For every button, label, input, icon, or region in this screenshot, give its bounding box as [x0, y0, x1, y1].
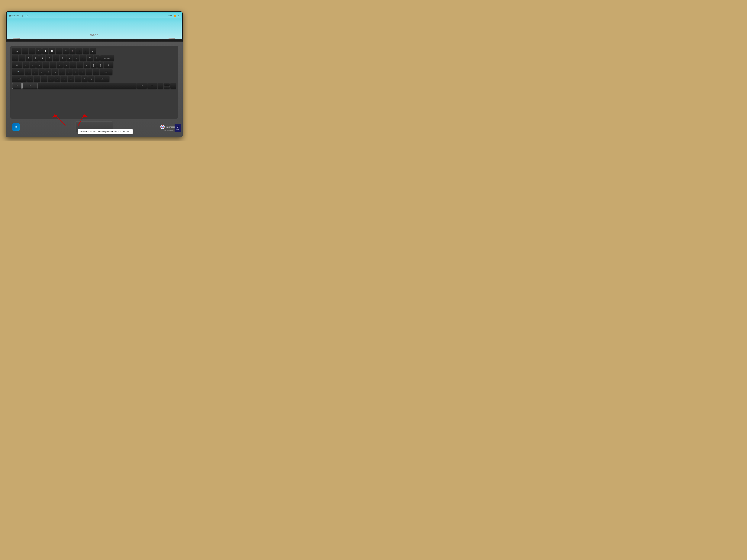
key-a[interactable]: a [25, 69, 31, 75]
key-arrow-down[interactable]: ↓ [164, 86, 170, 89]
key-vol-down[interactable]: ◀ [76, 48, 82, 54]
key-multitask[interactable]: ⬜‖ [49, 48, 55, 54]
keyboard-frame: esc ← → ↻ ⬜ ⬜‖ ☀ ☀+ 🔇 ◀ ▶ ⏻ ~` !1 @2 #3 … [10, 46, 178, 118]
chrome-logo-icon [160, 125, 164, 129]
key-minus[interactable]: —- [87, 55, 93, 61]
key-q[interactable]: q [23, 62, 29, 68]
taskbar-left: ⏻ Shut down ⋮⋮ Apps [9, 15, 29, 17]
key-quote[interactable]: "' [93, 69, 99, 75]
touchpad[interactable] [75, 122, 113, 132]
key-search[interactable]: 🔍 [12, 69, 24, 75]
key-fullscreen[interactable]: ⬜ [42, 48, 48, 54]
qwerty-row: tab q w e r t y u i o p {[ }] |\ [12, 62, 176, 68]
key-forward[interactable]: → [29, 48, 35, 54]
key-e[interactable]: e [36, 62, 42, 68]
key-backspace[interactable]: backspace [100, 55, 114, 61]
key-period[interactable]: >. [81, 76, 87, 82]
key-ctrl-right[interactable]: ctrl [148, 83, 157, 89]
key-k[interactable]: k [73, 69, 79, 75]
key-comma[interactable]: <, [75, 76, 81, 82]
key-alt-right[interactable]: alt [137, 83, 147, 89]
clock: 11:01 [168, 15, 173, 17]
key-vol-up[interactable]: ▶ [83, 48, 89, 54]
key-shift-left[interactable]: shift [12, 76, 27, 82]
key-0[interactable]: )0 [80, 55, 86, 61]
key-r[interactable]: r [43, 62, 49, 68]
taskbar-right: 11:01 📶 US [168, 15, 179, 17]
key-alt-left[interactable]: alt [22, 83, 37, 89]
key-refresh[interactable]: ↻ [35, 48, 42, 54]
key-h[interactable]: h [59, 69, 65, 75]
apps-icon: ⋮⋮ [22, 15, 25, 17]
key-g[interactable]: g [52, 69, 58, 75]
function-key-row: esc ← → ↻ ⬜ ⬜‖ ☀ ☀+ 🔇 ◀ ▶ ⏻ [12, 48, 176, 54]
key-1[interactable]: !1 [19, 55, 25, 61]
intel-inside-label: inside [15, 127, 17, 128]
key-i[interactable]: i [70, 62, 76, 68]
key-bracket-r[interactable]: }] [97, 62, 103, 68]
key-t[interactable]: t [50, 62, 56, 68]
key-4[interactable]: $4 [40, 55, 45, 61]
key-s[interactable]: s [32, 69, 38, 75]
key-tab[interactable]: tab [12, 62, 22, 68]
key-y[interactable]: y [57, 62, 63, 68]
key-esc[interactable]: esc [12, 48, 21, 54]
key-2[interactable]: @2 [26, 55, 32, 61]
bottom-row: ctrl alt alt ctrl ← ↑ ↓ → [12, 83, 176, 89]
power-icon: ⏻ [9, 15, 11, 17]
key-backslash[interactable]: |\ [104, 62, 113, 68]
key-arrow-left[interactable]: ← [158, 83, 163, 89]
shutdown-button[interactable]: ⏻ Shut down [9, 15, 20, 17]
wifi-icon: 📶 [174, 15, 176, 17]
key-3[interactable]: #3 [32, 55, 38, 61]
key-m[interactable]: m [68, 76, 74, 82]
key-w[interactable]: w [30, 62, 35, 68]
locale-label: US [177, 15, 179, 17]
key-9[interactable]: (9 [73, 55, 79, 61]
number-key-row: ~` !1 @2 #3 $4 %5 ^6 &7 *8 (9 )0 —- += b… [12, 55, 176, 61]
key-c[interactable]: c [41, 76, 47, 82]
screen-area: ⏻ Shut down ⋮⋮ Apps 11:01 📶 US acer [6, 11, 183, 38]
key-j[interactable]: j [66, 69, 72, 75]
key-equals[interactable]: += [94, 55, 100, 61]
key-6[interactable]: ^6 [53, 55, 59, 61]
key-power[interactable]: ⏻ [90, 48, 96, 54]
key-x[interactable]: x [34, 76, 40, 82]
svg-point-3 [162, 127, 163, 128]
key-z[interactable]: z [27, 76, 33, 82]
laptop-body: ⏻ Shut down ⋮⋮ Apps 11:01 📶 US acer [6, 11, 183, 137]
acer-model-label: Acer Chromebook 11 [164, 130, 176, 131]
intel-badge: intel inside [12, 123, 20, 131]
key-space[interactable] [38, 83, 136, 89]
key-ctrl-left[interactable]: ctrl [12, 83, 22, 89]
key-semicolon[interactable]: :; [86, 69, 92, 75]
key-o[interactable]: o [77, 62, 83, 68]
key-arrow-up[interactable]: ↑ [164, 83, 170, 86]
key-shift-right[interactable]: shift [95, 76, 109, 82]
key-enter[interactable]: enter [100, 69, 112, 75]
key-back[interactable]: ← [22, 48, 28, 54]
key-v[interactable]: v [48, 76, 54, 82]
key-bright-down[interactable]: ☀ [56, 48, 62, 54]
key-arrow-right[interactable]: → [171, 83, 176, 89]
taskbar: ⏻ Shut down ⋮⋮ Apps 11:01 📶 US [7, 13, 181, 19]
key-p[interactable]: p [84, 62, 90, 68]
key-tilde[interactable]: ~` [12, 55, 18, 61]
key-n[interactable]: n [61, 76, 67, 82]
key-slash[interactable]: ?/ [88, 76, 94, 82]
key-7[interactable]: &7 [60, 55, 66, 61]
asdf-row: 🔍 a s d f g h j k l :; "' enter [12, 69, 176, 75]
hinge-bar [6, 38, 183, 42]
key-b[interactable]: b [54, 76, 60, 82]
key-bracket-l[interactable]: {[ [91, 62, 97, 68]
key-d[interactable]: d [38, 69, 45, 75]
key-l[interactable]: l [79, 69, 85, 75]
key-mute[interactable]: 🔇 [70, 48, 76, 54]
apps-button[interactable]: ⋮⋮ Apps [22, 15, 30, 17]
key-u[interactable]: u [63, 62, 70, 68]
key-f[interactable]: f [45, 69, 51, 75]
zxcv-row: shift z x c v b n m <, >. ?/ shift [12, 76, 176, 82]
key-bright-up[interactable]: ☀+ [63, 48, 69, 54]
key-8[interactable]: *8 [67, 55, 73, 61]
key-5[interactable]: %5 [46, 55, 52, 61]
